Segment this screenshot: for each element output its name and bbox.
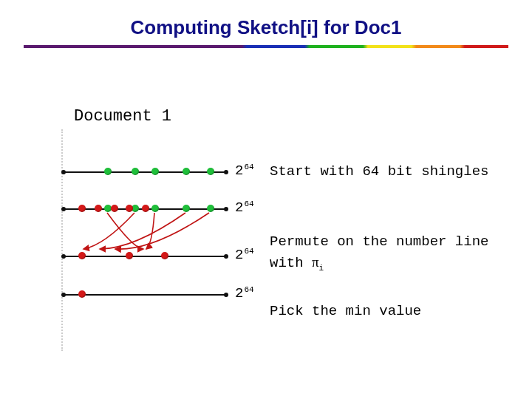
caption-pick-min: Pick the min value	[270, 303, 421, 319]
vertical-dotted-guide	[61, 129, 63, 351]
caption-shingles: Start with 64 bit shingles	[270, 163, 488, 180]
axis-max-1: 264	[235, 163, 254, 179]
axis-max-2: 264	[235, 200, 254, 216]
document-label: Document 1	[74, 107, 171, 126]
axis-max-4: 264	[235, 285, 254, 301]
caption-permute-2: with πi	[270, 254, 324, 273]
permutation-arrows	[64, 208, 226, 260]
number-line-4	[64, 294, 226, 296]
diagram-stage: Document 1 264 Start with 64 bit shingle…	[0, 0, 532, 399]
number-line-3	[64, 256, 226, 257]
caption-permute-1: Permute on the number line	[270, 233, 488, 250]
axis-max-3: 264	[235, 247, 254, 263]
number-line-1	[64, 171, 226, 173]
